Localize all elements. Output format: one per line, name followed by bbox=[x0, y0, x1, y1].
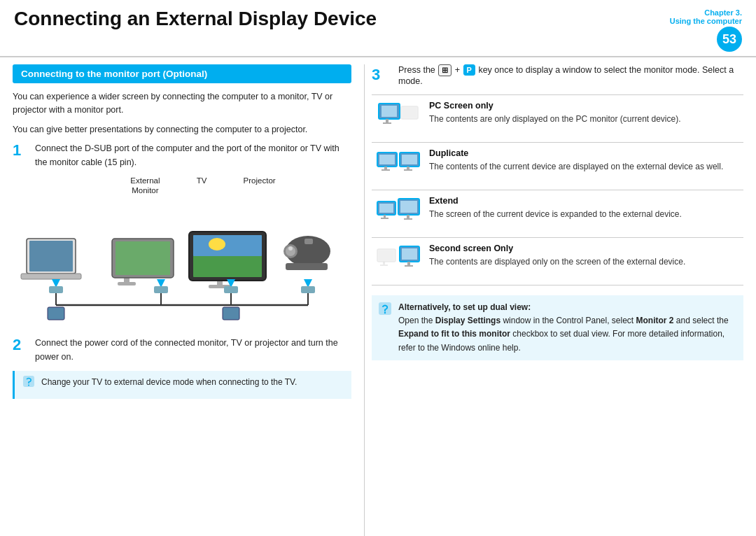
mode-desc-duplicate: Duplicate The contents of the current de… bbox=[425, 143, 743, 190]
svg-rect-55 bbox=[400, 201, 417, 213]
svg-rect-39 bbox=[383, 122, 391, 124]
mode-desc-extend: Extend The screen of the current device … bbox=[425, 190, 743, 238]
diagram-area: ExternalMonitor TV Projector bbox=[13, 176, 351, 330]
note-content-right: Alternatively, to set up dual view: Open… bbox=[398, 301, 735, 355]
step-1-number: 1 bbox=[13, 142, 31, 159]
svg-rect-49 bbox=[404, 169, 412, 171]
svg-rect-20 bbox=[193, 235, 262, 256]
svg-rect-41 bbox=[403, 108, 416, 117]
svg-rect-37 bbox=[382, 106, 397, 117]
step-3-header: 3 Press the ⊞ + P key once to display a … bbox=[372, 64, 743, 86]
step-2-number: 2 bbox=[13, 337, 31, 353]
svg-rect-28 bbox=[304, 239, 313, 244]
mode-row-pc-screen: PC Screen only The contents are only dis… bbox=[372, 95, 743, 143]
section-header: Connecting to the monitor port (Optional… bbox=[13, 64, 351, 83]
svg-rect-7 bbox=[21, 274, 81, 279]
svg-rect-31 bbox=[301, 286, 315, 293]
step3-plus: + bbox=[455, 65, 463, 75]
step-2-text: Connect the power cord of the connected … bbox=[35, 337, 351, 364]
svg-rect-61 bbox=[380, 265, 388, 266]
svg-rect-56 bbox=[407, 215, 410, 218]
svg-rect-47 bbox=[402, 155, 417, 164]
step-1: 1 Connect the D-SUB port of the computer… bbox=[13, 142, 351, 169]
svg-point-21 bbox=[209, 238, 225, 251]
svg-rect-15 bbox=[154, 286, 168, 293]
note-icon-left bbox=[22, 374, 36, 394]
svg-rect-59 bbox=[379, 251, 393, 260]
step3-text-before: Press the bbox=[398, 65, 435, 75]
svg-point-35 bbox=[28, 385, 29, 386]
svg-rect-63 bbox=[402, 248, 417, 260]
diagram-svg bbox=[14, 197, 350, 330]
mode-row-duplicate: Duplicate The contents of the current de… bbox=[372, 143, 743, 190]
chapter-badge: Chapter 3.Using the computer 53 bbox=[670, 8, 742, 52]
svg-rect-57 bbox=[404, 218, 412, 220]
svg-rect-32 bbox=[48, 307, 64, 320]
svg-rect-45 bbox=[382, 169, 390, 171]
note-box-left: Change your TV to external device mode w… bbox=[13, 371, 351, 399]
label-monitor: ExternalMonitor bbox=[130, 176, 160, 196]
step-3-text: Press the ⊞ + P key once to display a wi… bbox=[398, 64, 743, 86]
svg-rect-64 bbox=[407, 262, 410, 265]
note-icon-right bbox=[377, 301, 393, 323]
svg-point-67 bbox=[384, 312, 386, 313]
svg-rect-23 bbox=[224, 286, 238, 293]
win-key-icon: ⊞ bbox=[438, 64, 451, 76]
mode-icon-second bbox=[372, 238, 425, 285]
svg-rect-27 bbox=[286, 263, 328, 270]
label-tv: TV bbox=[197, 176, 207, 196]
note-body-right: Open the Display Settings window in the … bbox=[398, 316, 729, 352]
svg-rect-38 bbox=[386, 119, 388, 122]
mode-row-extend: Extend The screen of the current device … bbox=[372, 190, 743, 238]
svg-rect-65 bbox=[405, 265, 413, 267]
svg-rect-9 bbox=[49, 286, 63, 293]
note-text-left: Change your TV to external device mode w… bbox=[41, 376, 297, 388]
page-header: Connecting an External Display Device Ch… bbox=[0, 0, 756, 57]
mode-icon-pc-screen bbox=[372, 95, 425, 143]
right-column: 3 Press the ⊞ + P key once to display a … bbox=[364, 64, 756, 536]
step-1-text: Connect the D-SUB port of the computer a… bbox=[35, 142, 351, 169]
intro-text-1: You can experience a wider screen by con… bbox=[13, 90, 351, 118]
diagram-labels: ExternalMonitor TV Projector bbox=[13, 176, 351, 196]
svg-point-29 bbox=[288, 246, 293, 251]
svg-rect-33 bbox=[223, 307, 239, 320]
main-content: Connecting to the monitor port (Optional… bbox=[0, 57, 756, 536]
svg-rect-48 bbox=[407, 167, 410, 169]
note-title-right: Alternatively, to set up dual view: bbox=[398, 302, 531, 312]
mode-icon-duplicate bbox=[372, 143, 425, 190]
svg-rect-51 bbox=[379, 204, 393, 213]
svg-rect-13 bbox=[115, 241, 170, 275]
p-key-icon: P bbox=[463, 64, 475, 76]
page-container: Connecting an External Display Device Ch… bbox=[0, 0, 756, 536]
svg-rect-53 bbox=[381, 218, 388, 219]
svg-rect-52 bbox=[384, 215, 386, 218]
svg-rect-6 bbox=[29, 241, 73, 271]
intro-text-2: You can give better presentations by con… bbox=[13, 123, 351, 136]
mode-icon-extend bbox=[372, 190, 425, 238]
mode-desc-pc-screen: PC Screen only The contents are only dis… bbox=[425, 95, 743, 143]
left-column: Connecting to the monitor port (Optional… bbox=[0, 64, 364, 536]
note-box-right: Alternatively, to set up dual view: Open… bbox=[372, 295, 743, 360]
svg-rect-43 bbox=[379, 155, 395, 164]
chapter-label: Chapter 3.Using the computer bbox=[670, 8, 742, 25]
svg-rect-11 bbox=[118, 282, 136, 285]
svg-rect-60 bbox=[383, 262, 385, 265]
mode-desc-second: Second screen Only The contents are disp… bbox=[425, 238, 743, 285]
modes-table: PC Screen only The contents are only dis… bbox=[372, 94, 743, 285]
page-title: Connecting an External Display Device bbox=[14, 8, 377, 30]
label-projector: Projector bbox=[244, 176, 276, 196]
svg-rect-44 bbox=[384, 167, 387, 169]
step-3-number: 3 bbox=[372, 66, 390, 83]
mode-row-second: Second screen Only The contents are disp… bbox=[372, 238, 743, 285]
step-2: 2 Connect the power cord of the connecte… bbox=[13, 337, 351, 364]
page-number: 53 bbox=[717, 27, 742, 52]
